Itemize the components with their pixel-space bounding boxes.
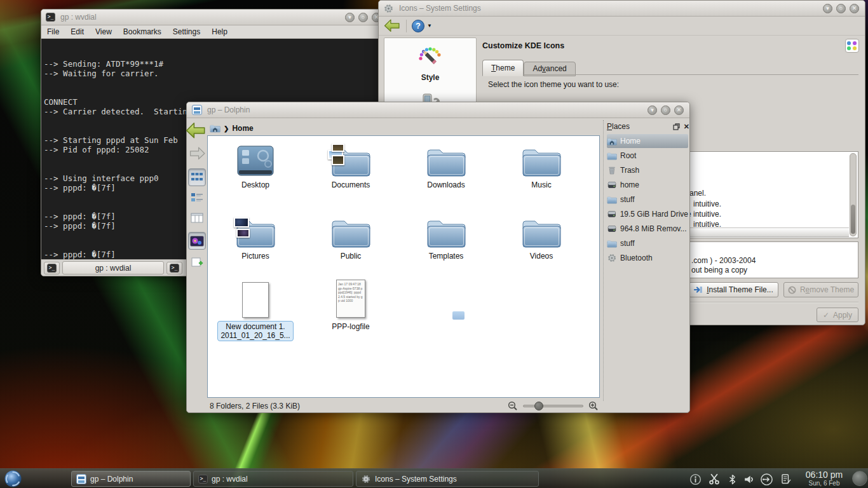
place-trash[interactable]: Trash (607, 163, 688, 177)
zoom-out-icon[interactable] (508, 401, 518, 411)
folder-icon (521, 145, 562, 178)
chevron-down-icon[interactable]: ▼ (427, 23, 432, 29)
clock-time: 06:10 pm (798, 470, 850, 480)
columns-view-button[interactable] (188, 209, 206, 227)
apply-button[interactable]: ✓ Apply (817, 308, 858, 322)
folder-item-desktop[interactable]: Desktop (211, 141, 300, 189)
zoom-slider-handle[interactable] (534, 402, 543, 410)
zoom-slider[interactable] (523, 405, 583, 407)
menu-edit[interactable]: Edit (65, 27, 90, 36)
home-folder-icon[interactable] (210, 124, 220, 133)
sidebar-item-style[interactable]: Style (384, 38, 476, 82)
desktop: >_ gp : wvdial ▾ ○ ✕ File Edit View Book… (0, 0, 868, 488)
photo-thumbnail (236, 229, 250, 238)
details-view-button[interactable] (188, 189, 206, 207)
place-hard-drive[interactable]: 19.5 GiB Hard Drive (607, 207, 688, 221)
folder-view[interactable]: Desktop Documents Downloads Music (207, 135, 600, 398)
minimize-button[interactable]: ▾ (345, 13, 355, 22)
help-icon[interactable]: ? (412, 20, 424, 32)
place-home-partition[interactable]: home (607, 178, 688, 192)
place-stuff-2[interactable]: stuff (607, 236, 688, 250)
usb-device-icon[interactable] (759, 471, 774, 487)
breadcrumb-home[interactable]: Home (232, 124, 253, 133)
kde-launcher-icon[interactable] (4, 470, 22, 488)
selected-file-label: New document 1. 2011_01_20_16_5... (217, 321, 293, 341)
maximize-button[interactable]: ○ (661, 105, 670, 115)
place-removable[interactable]: 964.8 MiB Remov... (607, 222, 688, 236)
place-root[interactable]: Root (607, 149, 688, 163)
list-scrollbar[interactable] (850, 153, 857, 236)
gear-icon (361, 474, 371, 484)
maximize-button[interactable]: ○ (836, 4, 846, 13)
split-view-button[interactable] (188, 255, 206, 271)
bluetooth-icon[interactable] (724, 471, 740, 487)
file-item-new-document[interactable]: New document 1. 2011_01_20_16_5... (211, 277, 300, 341)
maximize-button[interactable]: ○ (358, 13, 368, 22)
back-icon[interactable] (185, 121, 207, 140)
file-manager-icon (76, 474, 86, 484)
float-panel-icon[interactable] (673, 123, 680, 130)
task-system-settings[interactable]: Icons – System Settings (356, 471, 539, 487)
close-button[interactable]: ✕ (674, 105, 684, 115)
trash-icon (607, 165, 617, 175)
minimize-button[interactable]: ▾ (648, 105, 657, 115)
photo-thumbnail (234, 217, 249, 227)
new-tab-button[interactable]: >_ (44, 262, 60, 274)
minimize-button[interactable]: ▾ (823, 4, 832, 13)
tab-list-button[interactable]: >_ (166, 262, 182, 274)
folder-icon (521, 216, 562, 249)
terminal-icon: >_ (47, 264, 57, 273)
folder-item-documents[interactable]: Documents (306, 141, 395, 189)
folder-icon (426, 145, 466, 178)
place-bluetooth[interactable]: Bluetooth (607, 251, 688, 265)
task-wvdial[interactable]: >_ gp : wvdial (193, 471, 353, 487)
klipper-scissors-icon[interactable] (707, 471, 722, 487)
place-home[interactable]: Home (607, 134, 688, 148)
panel-toolbox-cashew[interactable] (852, 471, 867, 486)
folder-icon (607, 196, 617, 204)
folder-item-pictures[interactable]: Pictures (211, 212, 300, 261)
close-button[interactable]: ✕ (850, 4, 859, 13)
notes-icon[interactable] (778, 471, 793, 487)
tab-theme[interactable]: Theme (482, 60, 524, 76)
description-text: out being a copy (691, 266, 747, 274)
menu-view[interactable]: View (90, 27, 118, 36)
place-stuff[interactable]: stuff (607, 193, 688, 207)
preview-toggle-button[interactable] (188, 232, 206, 250)
folder-item-music[interactable]: Music (497, 141, 586, 189)
dolphin-titlebar[interactable]: gp – Dolphin ▾ ○ ✕ (187, 102, 689, 118)
scrollbar-thumb[interactable] (851, 205, 855, 234)
folder-icon (607, 152, 617, 160)
back-icon[interactable] (383, 18, 401, 33)
menu-file[interactable]: File (41, 27, 65, 36)
remove-theme-button[interactable]: Remove Theme (783, 282, 858, 297)
zoom-in-icon[interactable] (588, 401, 599, 411)
terminal-tab[interactable]: gp : wvdial (62, 261, 164, 274)
dot-yellow (853, 46, 857, 50)
folder-item-videos[interactable]: Videos (497, 212, 586, 261)
folder-icon (330, 216, 371, 249)
split-view-icon (191, 257, 203, 269)
settings-titlebar[interactable]: Icons – System Settings ▾ ○ ✕ (379, 1, 865, 17)
info-icon[interactable] (688, 471, 703, 487)
folder-item-public[interactable]: Public (306, 212, 395, 261)
menu-settings[interactable]: Settings (167, 27, 206, 36)
volume-icon[interactable] (741, 471, 756, 487)
file-item-ppp-logfile[interactable]: Jan 17 09:47:18 gp-Aspire-5738 pppd[1946… (306, 277, 395, 331)
folder-item-downloads[interactable]: Downloads (402, 141, 491, 189)
close-panel-icon[interactable]: ✕ (684, 123, 689, 131)
clock[interactable]: 06:10 pm Sun, 6 Feb (798, 470, 850, 487)
menu-help[interactable]: Help (206, 27, 233, 36)
folder-item-templates[interactable]: Templates (402, 212, 491, 261)
terminal-titlebar[interactable]: >_ gp : wvdial ▾ ○ ✕ (41, 10, 387, 25)
breadcrumb-separator: ❯ (224, 125, 229, 132)
removable-drive-icon (607, 224, 617, 234)
task-dolphin[interactable]: gp – Dolphin (71, 471, 191, 487)
menu-bookmarks[interactable]: Bookmarks (118, 27, 167, 36)
icons-view-button[interactable] (188, 168, 206, 186)
install-theme-button[interactable]: Install Theme File... (689, 282, 778, 297)
overview-button[interactable] (845, 39, 859, 53)
forward-icon[interactable] (188, 144, 206, 162)
photo-thumbnail (332, 144, 344, 152)
icon-theme-label: Select the icon theme you want to use: (488, 80, 619, 89)
